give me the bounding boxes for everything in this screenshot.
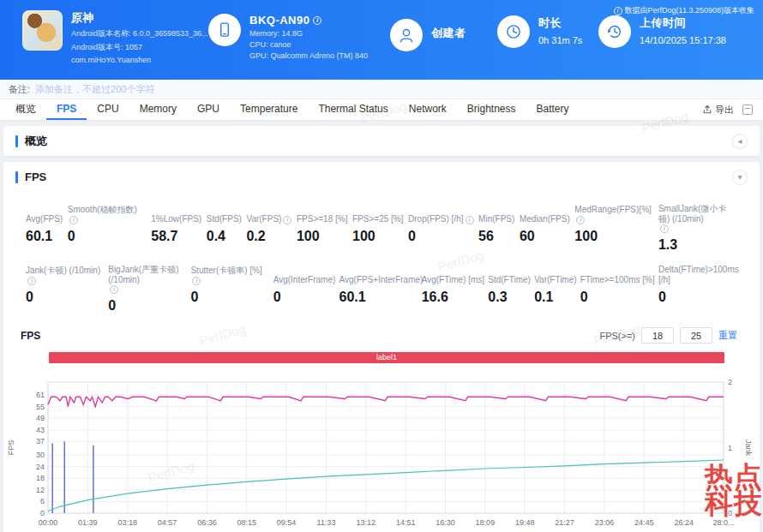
svg-text:0: 0 [40,509,45,517]
info-icon[interactable]: i [69,216,78,224]
metric-cell: Median(FPS)60 [520,204,570,253]
metric-value: 100 [352,229,403,244]
svg-text:00:00: 00:00 [39,518,58,527]
metric-cell: FPS>=25 [%]100 [352,204,403,253]
metric-label: FPS>=18 [%] [297,204,347,224]
tab-Temperature[interactable]: Temperature [230,99,308,120]
metric-cell: MedRange(FPS)[%]i100 [574,204,653,253]
metric-label: Std(FPS) [207,204,242,224]
metric-value: 0 [408,229,473,244]
metric-cell: Std(FTime)0.3 [488,265,531,314]
metric-cell: Avg(FPS+InterFrame)60.1 [339,265,418,314]
tab-Battery[interactable]: Battery [526,99,580,120]
info-icon[interactable]: i [576,216,585,224]
device-group: BKQ-AN90 i Memory: 14.8G CPU: canoe GPU:… [208,14,368,60]
note-label: 备注: [9,83,30,96]
metric-value: 0.1 [534,290,576,305]
metric-label: SmallJank(微小卡顿) (/10min)i [658,204,737,233]
svg-text:03:18: 03:18 [117,518,137,527]
info-icon[interactable]: i [192,277,201,285]
metric-cell: Avg(InterFrame)0 [273,265,336,314]
svg-text:19:48: 19:48 [515,518,535,527]
region-label-bar[interactable]: label1 [49,352,724,363]
metric-label: BigJank(严重卡顿) (/10min)i [108,265,187,294]
metric-cell: FTime>=100ms [%]0 [580,265,655,314]
tab-CPU[interactable]: CPU [87,99,129,120]
metric-cell: SmallJank(微小卡顿) (/10min)i1.3 [658,204,737,253]
fps-filter-controls: FPS(>=) 重置 [599,327,737,344]
metric-value: 0 [190,290,269,305]
device-gpu: GPU: Qualcomm Adreno (TM) 840 [249,51,368,60]
svg-text:24: 24 [36,463,45,471]
user-icon [390,19,423,51]
metric-label: Drop(FPS) [/h]i [408,204,473,224]
metric-value: 60.1 [339,290,418,305]
tab-Memory[interactable]: Memory [129,99,187,120]
tab-概览[interactable]: 概览 [5,99,46,120]
svg-text:61: 61 [36,391,45,399]
metric-cell: 1%Low(FPS)58.7 [151,204,201,253]
app-version-code: Android版本号: 1057 [71,42,208,53]
series-Jank(cumulative) [48,460,724,511]
metric-label: FPS>=25 [%] [352,204,403,224]
upload-value: 14/10/2025 15:17:38 [640,35,726,45]
tab-Thermal Status[interactable]: Thermal Status [308,99,398,120]
metric-value: 58.7 [151,229,201,244]
metric-label: Smooth(稳帧指数)i [68,204,147,224]
report-layout-icon[interactable] [742,105,753,115]
app-name: 原神 [71,10,208,26]
svg-text:0: 0 [728,509,732,517]
svg-text:26:24: 26:24 [674,518,694,527]
tab-FPS[interactable]: FPS [46,99,87,120]
fps-metrics-row-1: Avg(FPS)60.1Smooth(稳帧指数)i01%Low(FPS)58.7… [3,204,760,253]
svg-text:43: 43 [36,426,45,434]
fps-card: FPS ▾ Avg(FPS)60.1Smooth(稳帧指数)i01%Low(FP… [3,162,760,532]
tab-GPU[interactable]: GPU [187,99,230,120]
tab-Network[interactable]: Network [399,99,457,120]
metric-cell: FPS>=18 [%]100 [297,204,347,253]
svg-text:1: 1 [728,444,732,452]
metric-value: 56 [478,229,514,244]
duration-label: 时长 [538,15,582,31]
collapse-down-icon[interactable]: ▾ [732,170,748,185]
metric-label: Stutter(卡顿率) [%]i [190,265,269,285]
overview-card: 概览 ◂ [3,126,760,156]
info-icon: i [614,7,622,15]
metric-value: 100 [574,229,653,244]
metric-label: Avg(InterFrame) [273,265,336,285]
tab-Brightness[interactable]: Brightness [457,99,526,120]
info-icon[interactable]: i [27,277,36,285]
metric-value: 0 [273,290,336,305]
note-input[interactable]: 添加备注，不超过200个字符 [35,83,154,96]
export-label: 导出 [715,104,734,117]
collapse-left-icon[interactable]: ◂ [732,134,748,149]
reset-link[interactable]: 重置 [718,329,737,342]
svg-text:55: 55 [36,403,45,411]
metric-label: 1%Low(FPS) [151,204,201,224]
device-info-icon[interactable]: i [313,16,321,25]
info-icon[interactable]: i [110,285,118,294]
fps-max-input[interactable] [680,327,712,344]
fps-chart[interactable]: 6155494337302418126021000:0001:3903:1804… [3,365,760,532]
phone-icon [208,14,241,46]
metric-value: 0 [26,290,105,305]
accent-bar [15,171,18,183]
svg-text:FPS: FPS [7,440,15,456]
info-icon[interactable]: i [283,216,291,224]
info-icon[interactable]: i [660,224,669,233]
fps-line-chart[interactable]: 6155494337302418126021000:0001:3903:1804… [3,365,760,532]
svg-text:18: 18 [36,474,45,482]
fps-min-input[interactable] [641,327,674,344]
metric-cell: Avg(FTime) [ms]16.6 [422,265,484,314]
metric-cell: Min(FPS)56 [478,204,514,253]
app-icon [22,10,63,51]
info-icon[interactable]: i [466,216,474,224]
metric-value: 16.6 [422,290,484,305]
note-bar: 备注: 添加备注，不超过200个字符 [0,80,763,99]
svg-text:2: 2 [728,378,732,386]
export-button[interactable]: 导出 [702,104,734,117]
metric-label: Min(FPS) [478,204,514,224]
svg-text:Jank: Jank [744,439,753,457]
app-version-name: Android版本名称: 6.0.0_36598533_36... [71,28,208,39]
fps-chart-title: FPS [21,330,40,342]
